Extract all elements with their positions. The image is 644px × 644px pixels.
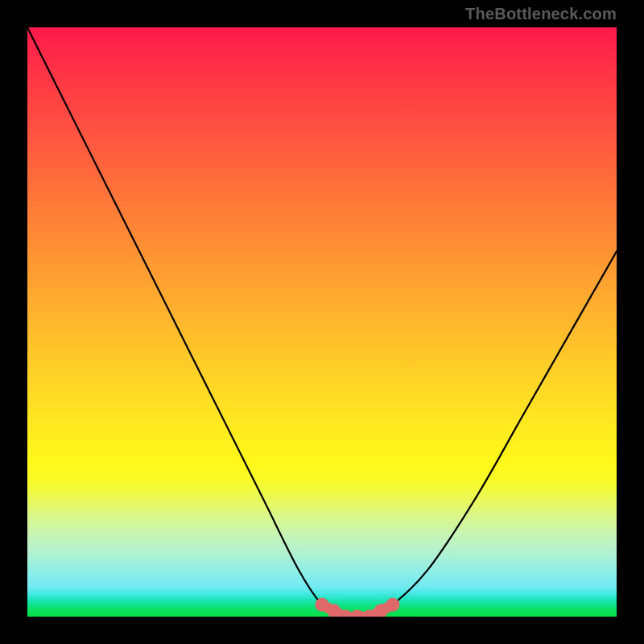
chart-frame: TheBottleneck.com [0, 0, 644, 644]
bottom-highlight-dots [316, 598, 400, 617]
watermark-label: TheBottleneck.com [465, 5, 617, 23]
plot-area [27, 27, 617, 617]
curve-layer [27, 27, 617, 617]
bottleneck-curve [27, 27, 617, 617]
highlight-dot [316, 598, 329, 612]
highlight-dot [350, 610, 364, 617]
highlight-dot [386, 598, 399, 612]
